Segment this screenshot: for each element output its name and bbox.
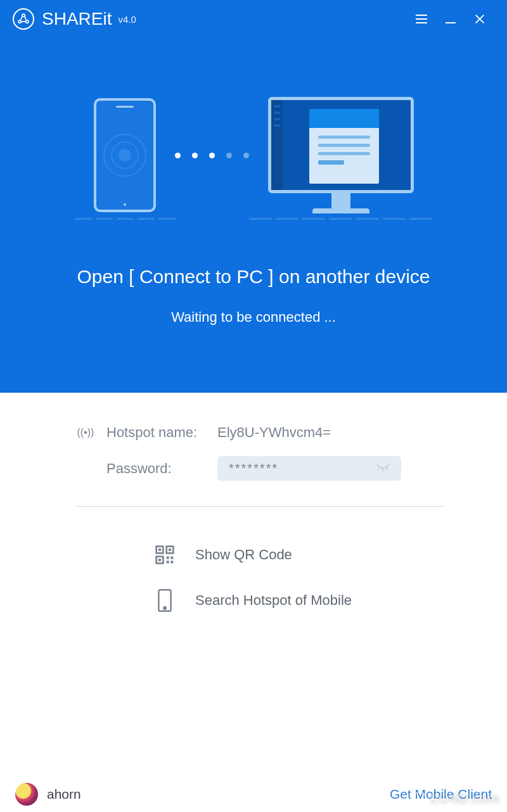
info-section: ((•)) Hotspot name: Ely8U-YWhvcm4= Passw… (0, 393, 507, 642)
connection-illustration (94, 82, 414, 228)
svg-point-0 (22, 14, 25, 16)
password-value: ******** (229, 461, 278, 476)
monitor-icon (268, 97, 414, 193)
svg-rect-18 (167, 557, 169, 559)
password-label: Password: (106, 460, 217, 477)
svg-rect-19 (170, 557, 173, 559)
minimize-button[interactable] (436, 4, 465, 34)
close-button[interactable] (465, 4, 494, 34)
search-hotspot-label: Search Hotspot of Mobile (195, 592, 352, 609)
hotspot-name-value: Ely8U-YWhvcm4= (217, 424, 331, 441)
mobile-icon (152, 588, 177, 613)
user-avatar[interactable] (15, 783, 38, 806)
svg-rect-13 (158, 549, 161, 551)
show-qr-label: Show QR Code (195, 547, 292, 563)
hotspot-name-label: Hotspot name: (106, 424, 217, 441)
hero-subtitle: Waiting to be connected ... (171, 309, 336, 326)
app-name: SHAREit (42, 9, 112, 29)
username: ahorn (47, 787, 81, 802)
password-row: Password: ******** (76, 456, 444, 481)
svg-point-23 (164, 607, 166, 609)
footer: ahorn Get Mobile Client (0, 777, 507, 812)
svg-point-2 (26, 20, 29, 23)
show-qr-button[interactable]: Show QR Code (76, 532, 444, 578)
search-hotspot-button[interactable]: Search Hotspot of Mobile (76, 578, 444, 623)
svg-line-9 (378, 467, 380, 470)
divider (76, 506, 444, 507)
svg-point-1 (18, 20, 21, 23)
svg-rect-17 (158, 559, 161, 561)
phone-icon (94, 98, 156, 212)
svg-line-11 (387, 467, 388, 470)
hotspot-name-row: ((•)) Hotspot name: Ely8U-YWhvcm4= (76, 424, 444, 441)
svg-rect-15 (169, 549, 171, 551)
hero-section: Open [ Connect to PC ] on another device… (0, 38, 507, 393)
app-version: v4.0 (118, 14, 136, 25)
svg-rect-20 (167, 561, 169, 563)
connection-dots (175, 153, 249, 158)
password-field: ******** (217, 456, 401, 481)
qr-code-icon (152, 542, 177, 568)
app-logo-icon (13, 8, 34, 30)
get-mobile-client-link[interactable]: Get Mobile Client (390, 787, 492, 802)
toggle-password-icon[interactable] (376, 463, 390, 474)
hero-title: Open [ Connect to PC ] on another device (77, 266, 430, 288)
menu-button[interactable] (407, 4, 436, 34)
titlebar: SHAREit v4.0 (0, 0, 507, 38)
signal-icon: ((•)) (76, 427, 95, 438)
svg-rect-21 (170, 561, 173, 563)
